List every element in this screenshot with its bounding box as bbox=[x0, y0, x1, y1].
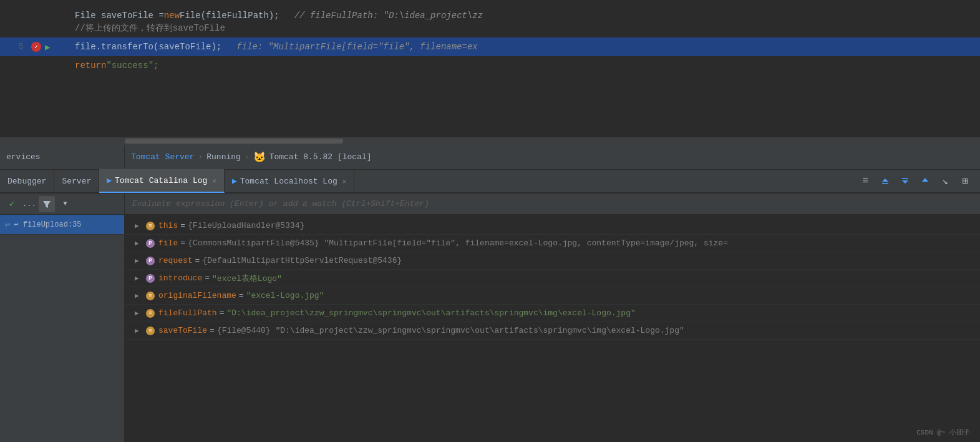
var-eq: = bbox=[180, 238, 185, 248]
code-line-4: return "success"; bbox=[0, 56, 980, 75]
tab-toolbar: ≡ ↘ ⊞ bbox=[856, 172, 980, 190]
code-keyword: return bbox=[75, 61, 106, 71]
var-val-savetofile: {File@5440} "D:\idea_project\zzw_springm… bbox=[217, 326, 684, 335]
expand-arrow: ▶ bbox=[135, 309, 142, 317]
tab-catalina-log[interactable]: ▶ Tomcat Catalina Log ✕ bbox=[99, 169, 225, 193]
var-eq: = bbox=[180, 221, 185, 230]
var-name-this: this bbox=[158, 221, 178, 230]
tab-server[interactable]: Server bbox=[54, 169, 99, 193]
services-panel: ervices Tomcat Server › Running › 🐱 Tomc… bbox=[0, 145, 980, 442]
expand-arrow: ▶ bbox=[135, 257, 142, 265]
var-icon-introduce: P bbox=[146, 274, 155, 283]
toolbar-scroll-up-btn[interactable] bbox=[876, 172, 894, 190]
expand-arrow: ▶ bbox=[135, 222, 142, 230]
debug-value: file: "MultipartFile[field="file", filen… bbox=[236, 42, 477, 52]
eval-placeholder: Evaluate expression (Enter) or add a wat… bbox=[132, 199, 429, 209]
var-icon-savetofile: ≡ bbox=[146, 327, 155, 335]
var-name-savetofile: saveToFile bbox=[158, 326, 207, 335]
horizontal-scrollbar[interactable] bbox=[0, 137, 980, 145]
breakpoint-indicator: ✓ bbox=[31, 42, 41, 52]
variables-panel: ▶ ≡ this = {FileUploadHandler@5334} ▶ P … bbox=[125, 215, 980, 442]
var-eq: = bbox=[195, 256, 200, 265]
var-name-originalfilename: originalFilename bbox=[158, 291, 236, 300]
var-eq: = bbox=[210, 326, 215, 335]
toolbar-menu-btn[interactable]: ≡ bbox=[856, 172, 874, 190]
control-toolbar: ✓ ... ▼ bbox=[0, 194, 124, 215]
var-val-request: {DefaultMultipartHttpServletRequest@5436… bbox=[202, 256, 402, 265]
var-eq: = bbox=[205, 273, 210, 283]
toolbar-scroll-down-btn[interactable] bbox=[896, 172, 914, 190]
tab-play-icon-1: ▶ bbox=[107, 175, 112, 185]
var-row-request[interactable]: ▶ P request = {DefaultMultipartHttpServl… bbox=[125, 252, 980, 270]
execution-arrow: ▶ bbox=[45, 42, 50, 52]
tab-localhost-close[interactable]: ✕ bbox=[342, 177, 347, 185]
var-icon-file: P bbox=[146, 239, 155, 248]
var-icon-filefullpath: ≡ bbox=[146, 309, 155, 318]
return-icon: ↩ bbox=[5, 219, 10, 230]
var-val-filefullpath: "D:\idea_project\zzw_springmvc\springmvc… bbox=[226, 308, 635, 318]
stack-frame-item[interactable]: ↩ ↩ fileUpload:35 bbox=[0, 215, 124, 235]
var-val-this: {FileUploadHandler@5334} bbox=[188, 221, 304, 230]
var-val-introduce: "excel表格Logo" bbox=[212, 273, 282, 284]
expand-arrow: ▶ bbox=[135, 327, 142, 335]
var-name-request: request bbox=[158, 256, 193, 265]
var-row-filefullpath[interactable]: ▶ ≡ fileFullPath = "D:\idea_project\zzw_… bbox=[125, 305, 980, 322]
var-name-introduce: introduce bbox=[158, 273, 202, 283]
debugger-area: ✓ ... ▼ ↩ ↩ fileUpload:35 Evaluate expre… bbox=[0, 194, 980, 442]
breadcrumb-running: Running bbox=[206, 152, 241, 162]
tab-localhost-log[interactable]: ▶ Tomcat Localhost Log ✕ bbox=[225, 169, 354, 193]
tab-server-label: Server bbox=[62, 177, 91, 186]
code-text: file.transferTo(saveToFile); bbox=[75, 42, 221, 52]
resume-btn[interactable]: ✓ bbox=[4, 196, 20, 212]
breadcrumb-sep-1: › bbox=[198, 152, 203, 162]
var-eq: = bbox=[220, 308, 225, 318]
services-label: ervices bbox=[0, 145, 125, 169]
code-line-3: ✓ ▶ 5 file.transferTo(saveToFile); file:… bbox=[0, 37, 980, 56]
evaluate-bar[interactable]: Evaluate expression (Enter) or add a wat… bbox=[125, 194, 980, 215]
tab-bar: Debugger Server ▶ Tomcat Catalina Log ✕ … bbox=[0, 170, 980, 194]
breadcrumb: Tomcat Server › Running › 🐱 Tomcat 8.5.8… bbox=[0, 145, 980, 170]
var-val-file: {CommonsMultipartFile@5435} "MultipartFi… bbox=[188, 238, 728, 248]
var-icon-originalfilename: ≡ bbox=[146, 292, 155, 300]
var-icon-this: ≡ bbox=[146, 222, 155, 230]
code-string: "success"; bbox=[106, 61, 158, 71]
tab-debugger-label: Debugger bbox=[7, 177, 46, 186]
var-icon-request: P bbox=[146, 257, 155, 265]
expand-arrow: ▶ bbox=[135, 292, 142, 300]
line-number: 5 bbox=[19, 42, 23, 51]
tab-play-icon-2: ▶ bbox=[232, 176, 237, 186]
toolbar-soft-wrap-btn[interactable]: ↘ bbox=[936, 172, 954, 190]
tab-catalina-label: Tomcat Catalina Log bbox=[115, 176, 207, 185]
expand-arrow: ▶ bbox=[135, 274, 142, 282]
var-row-originalfilename[interactable]: ▶ ≡ originalFilename = "excel-Logo.jpg" bbox=[125, 287, 980, 305]
var-name-filefullpath: fileFullPath bbox=[158, 308, 217, 318]
code-line-2: //将上传的文件，转存到saveToFile bbox=[0, 19, 980, 37]
tomcat-icon: 🐱 bbox=[253, 151, 266, 164]
toolbar-grid-btn[interactable]: ⊞ bbox=[956, 172, 974, 190]
right-panel: Evaluate expression (Enter) or add a wat… bbox=[125, 194, 980, 442]
filter-btn[interactable] bbox=[39, 196, 55, 212]
left-control-panel: ✓ ... ▼ ↩ ↩ fileUpload:35 bbox=[0, 194, 125, 442]
scrollbar-thumb[interactable] bbox=[125, 139, 343, 144]
breadcrumb-sep-2: › bbox=[245, 152, 250, 162]
var-row-file[interactable]: ▶ P file = {CommonsMultipartFile@5435} "… bbox=[125, 235, 980, 252]
breadcrumb-tomcat-server[interactable]: Tomcat Server bbox=[131, 152, 194, 162]
svg-marker-2 bbox=[43, 201, 51, 208]
tab-debugger[interactable]: Debugger bbox=[0, 169, 54, 193]
code-comment: //将上传的文件，转存到saveToFile bbox=[75, 22, 225, 34]
var-eq: = bbox=[239, 291, 244, 300]
var-row-introduce[interactable]: ▶ P introduce = "excel表格Logo" bbox=[125, 270, 980, 287]
var-row-this[interactable]: ▶ ≡ this = {FileUploadHandler@5334} bbox=[125, 217, 980, 235]
expand-arrow: ▶ bbox=[135, 239, 142, 247]
code-editor: File saveToFile = new File(fileFullPath)… bbox=[0, 0, 980, 144]
tab-catalina-close[interactable]: ✕ bbox=[212, 177, 216, 185]
var-row-savetofile[interactable]: ▶ ≡ saveToFile = {File@5440} "D:\idea_pr… bbox=[125, 322, 980, 340]
var-name-file: file bbox=[158, 238, 178, 248]
frame-label: ↩ fileUpload:35 bbox=[14, 220, 81, 229]
breadcrumb-tomcat-local: Tomcat 8.5.82 [local] bbox=[269, 152, 372, 162]
var-val-originalfilename: "excel-Logo.jpg" bbox=[246, 291, 324, 300]
tab-localhost-label: Tomcat Localhost Log bbox=[240, 177, 337, 186]
toolbar-scroll-top-btn[interactable] bbox=[916, 172, 934, 190]
dropdown-btn[interactable]: ▼ bbox=[57, 196, 74, 212]
dots-label: ... bbox=[22, 200, 36, 209]
